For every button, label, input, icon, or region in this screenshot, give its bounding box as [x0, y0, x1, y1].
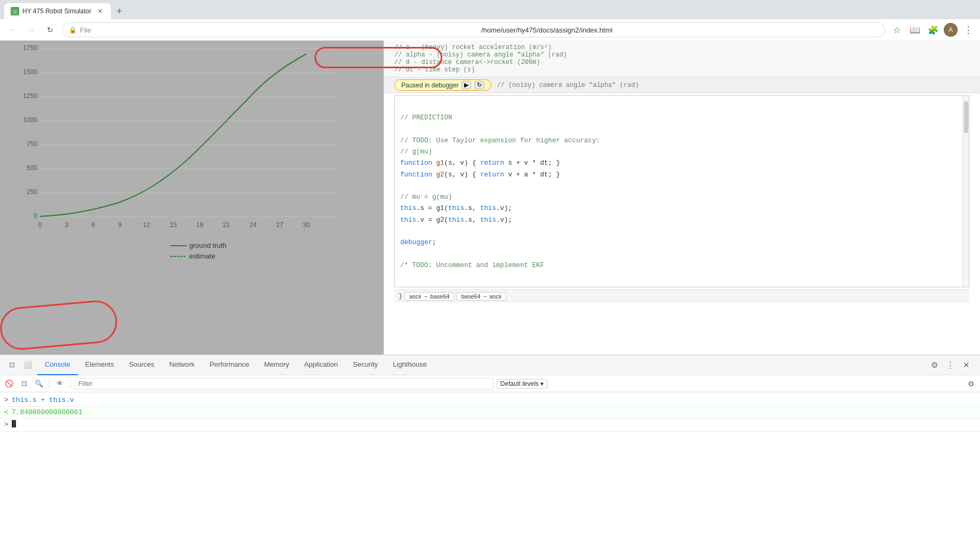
- resume-button[interactable]: ▶: [461, 81, 471, 89]
- reading-list-button[interactable]: 📖: [908, 22, 922, 37]
- scrollbar[interactable]: [962, 96, 969, 287]
- tab-sources[interactable]: Sources: [122, 355, 162, 375]
- svg-text:12: 12: [143, 221, 150, 229]
- console-toolbar: 🚫 ⊡ 🔍 👁 Default levels ▾ ⚙: [0, 375, 980, 392]
- console-filter-input[interactable]: [75, 378, 493, 390]
- tab-close-button[interactable]: ✕: [96, 7, 104, 15]
- tab-lighthouse[interactable]: Lighthouse: [385, 355, 434, 375]
- clear-console-button[interactable]: 🚫: [3, 378, 15, 390]
- console-prompt-1: >: [4, 395, 9, 405]
- svg-text:15: 15: [169, 221, 177, 229]
- devtools-dock-button[interactable]: ⬜: [20, 358, 35, 373]
- filter-toggle-button[interactable]: ⊡: [18, 378, 30, 390]
- console-output: > this.s + this.v < 7.840000000000001 >: [0, 392, 980, 557]
- devtools-close-button[interactable]: ✕: [959, 358, 974, 373]
- svg-text:0: 0: [34, 212, 37, 220]
- code-line-thisv: this.v = g2(this.s, this.v);: [400, 215, 963, 226]
- toolbar-right: ☆ 📖 🧩 A ⋮: [889, 22, 976, 37]
- code-line-blank5: [400, 248, 963, 260]
- tab-application[interactable]: Application: [297, 355, 346, 375]
- console-result-value: 7.840000000000001: [12, 408, 83, 417]
- console-line-cursor[interactable]: >: [0, 419, 980, 431]
- code-box: // PREDICTION // TODO: Use Taylor expans…: [394, 95, 969, 287]
- extensions-button[interactable]: 🧩: [926, 22, 941, 37]
- console-line-input: > this.s + this.v: [0, 394, 980, 407]
- code-comment-1: // a - (heavy) rocket acceleration (m/s²…: [394, 44, 969, 51]
- tab-performance[interactable]: Performance: [202, 355, 256, 375]
- devtools-more-button[interactable]: ⋮: [943, 358, 958, 373]
- tab-security[interactable]: Security: [345, 355, 385, 375]
- profile-avatar[interactable]: A: [944, 23, 958, 37]
- new-tab-button[interactable]: +: [113, 5, 126, 18]
- base64-to-ascii-button[interactable]: base64 → ascii: [456, 292, 506, 301]
- chart-area: 1750 1500 1250 1000 750 500 250 0 0 3 6 …: [0, 41, 384, 354]
- code-comment-3: // d - distance camera<->rocket (200m): [394, 59, 969, 66]
- url-protocol: File: [80, 26, 477, 34]
- tab-memory[interactable]: Memory: [257, 355, 297, 375]
- code-line-g1: function g1(s, v) { return s + v * dt; }: [400, 158, 963, 169]
- menu-button[interactable]: ⋮: [961, 22, 976, 37]
- code-line-blank1: [400, 101, 963, 112]
- console-cursor: [12, 420, 16, 427]
- main-content: 1750 1500 1250 1000 750 500 250 0 0 3 6 …: [0, 41, 980, 354]
- console-line-result: < 7.840000000000001: [0, 407, 980, 419]
- svg-text:500: 500: [27, 164, 37, 172]
- code-line-prediction: // PREDICTION: [400, 112, 963, 124]
- console-prompt-2: <: [4, 408, 9, 417]
- tab-console[interactable]: Console: [37, 355, 78, 375]
- svg-text:0: 0: [38, 221, 42, 229]
- svg-text:750: 750: [27, 140, 37, 148]
- svg-text:3: 3: [65, 221, 69, 229]
- svg-text:27: 27: [276, 221, 284, 229]
- svg-text:250: 250: [27, 188, 37, 196]
- console-search-button[interactable]: 🔍: [33, 378, 45, 390]
- ascii-to-base64-button[interactable]: ascii → base64: [404, 292, 454, 301]
- function-signature: // (noisy) camera angle "alpha" (rad): [497, 82, 638, 89]
- tab-elements[interactable]: Elements: [78, 355, 122, 375]
- devtools-tab-bar: ⊡ ⬜ Console Elements Sources Network Per…: [0, 355, 980, 375]
- tab-favicon: 🤖: [11, 7, 19, 15]
- bookmark-button[interactable]: ☆: [889, 22, 904, 37]
- code-line-todo1: // TODO: Use Taylor expansion for higher…: [400, 135, 963, 147]
- code-line-thiss: this.s = g1(this.s, this.v);: [400, 203, 963, 214]
- eye-button[interactable]: 👁: [54, 378, 66, 390]
- svg-text:ground truth: ground truth: [189, 241, 226, 249]
- devtools-panel: ⊡ ⬜ Console Elements Sources Network Per…: [0, 354, 980, 557]
- svg-text:1750: 1750: [23, 44, 37, 52]
- step-over-button[interactable]: ↻: [474, 81, 484, 89]
- svg-text:6: 6: [92, 221, 95, 229]
- devtools-toggle-button[interactable]: ⊡: [4, 358, 19, 373]
- console-settings-button[interactable]: ⚙: [965, 378, 977, 390]
- svg-text:9: 9: [118, 221, 122, 229]
- chart-svg: 1750 1500 1250 1000 750 500 250 0 0 3 6 …: [11, 35, 373, 280]
- closing-brace: }: [399, 293, 402, 300]
- console-prompt-3: >: [4, 420, 9, 430]
- svg-text:1250: 1250: [23, 92, 37, 100]
- tab-title: HY 475 Robot Simulator: [22, 7, 91, 15]
- code-line-gmu: // g(mu): [400, 147, 963, 158]
- code-line-todo-ekf: /* TODO: Uncomment and implement EKF: [400, 260, 963, 271]
- svg-text:30: 30: [303, 221, 310, 229]
- base64-bar: } ascii → base64 base64 → ascii: [394, 289, 969, 303]
- paused-label: Paused in debugger: [401, 82, 458, 89]
- code-comment-2: // alpha - (noisy) camera angle "alpha" …: [394, 51, 969, 59]
- console-expression: this.s + this.v: [12, 395, 74, 405]
- svg-text:24: 24: [249, 221, 257, 229]
- svg-text:estimate: estimate: [189, 252, 215, 260]
- browser-chrome: 🤖 HY 475 Robot Simulator ✕ + ← → ↻ 🔒 Fil…: [0, 0, 980, 41]
- devtools-settings-button[interactable]: ⚙: [927, 358, 942, 373]
- default-levels-button[interactable]: Default levels ▾: [497, 379, 547, 389]
- svg-text:1500: 1500: [23, 68, 37, 76]
- devtools-icons-right: ⚙ ⋮ ✕: [927, 358, 978, 373]
- code-line-blank4: [400, 226, 963, 237]
- code-line-g2: function g2(s, v) { return v + a * dt; }: [400, 169, 963, 181]
- code-line-mug: // mu = g(mu): [400, 192, 963, 203]
- code-comment-4: // dt - time step (s): [394, 66, 969, 74]
- lock-icon: 🔒: [69, 26, 77, 34]
- tab-bar: 🤖 HY 475 Robot Simulator ✕ +: [0, 0, 980, 19]
- tab-network[interactable]: Network: [162, 355, 203, 375]
- code-line-blank3: [400, 181, 963, 192]
- browser-tab-active[interactable]: 🤖 HY 475 Robot Simulator ✕: [4, 3, 111, 19]
- svg-text:1000: 1000: [23, 116, 37, 124]
- svg-text:18: 18: [196, 221, 204, 229]
